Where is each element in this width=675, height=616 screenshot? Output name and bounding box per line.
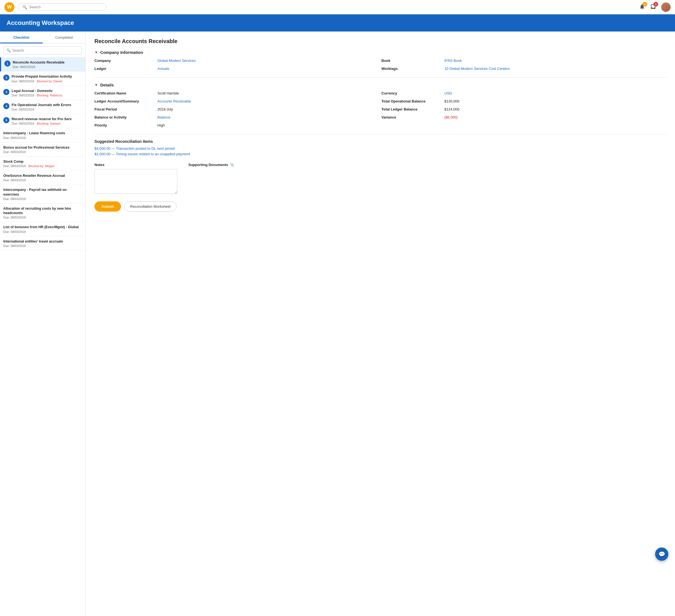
details-section-title: Details [100,83,114,87]
item-content: International entities' travel accruals … [3,239,82,248]
list-item[interactable]: 1 Reconcile Accounts Receivable Due: 08/… [0,58,85,72]
item-meta: Due: 08/03/2018Blocked by: Megan [3,164,82,168]
certification-label: Certification Name [94,91,155,95]
workday-logo[interactable]: W [4,2,14,12]
notifications-button[interactable]: 5 [639,4,645,10]
item-title: Intercompany - Lease financing costs [3,131,82,135]
currency-value[interactable]: USD [444,91,666,95]
priority-label: Priority [94,123,155,127]
user-avatar[interactable] [661,2,671,12]
list-item[interactable]: Intercompany - Payroll tax withheld on e… [0,185,85,204]
global-search-bar[interactable]: 🔍 [18,3,106,11]
item-due: Due: 08/03/2018 [3,244,26,248]
notes-textarea[interactable] [94,169,177,194]
item-due: Due: 08/02/2018 [3,136,26,139]
item-due: Due: 08/02/2018 [13,65,35,69]
avatar-image [661,2,671,12]
item-meta: Due: 08/03/2018 [3,216,82,219]
sidebar-search-box[interactable]: 🔍 [3,47,82,54]
item-number: 4 [3,103,9,109]
list-item[interactable]: OneSource Reseller Revenue Accrual Due: … [0,171,85,185]
item-meta: Due: 08/02/2018 [3,136,82,139]
nav-icons: 5 3 [639,2,671,12]
list-item[interactable]: Bonus accrual for Professional Services … [0,143,85,157]
sidebar-search-input[interactable] [12,48,79,53]
inbox-button[interactable]: 3 [650,4,656,10]
list-item[interactable]: 5 Record revenue reserve for Pro Serv Du… [0,114,85,128]
item-due: Due: 08/02/2018 [12,108,34,111]
search-input[interactable] [29,5,102,9]
chat-icon: 💬 [659,551,665,557]
item-content: Intercompany - Payroll tax withheld on e… [3,188,82,201]
app-title: Accounting Workspace [7,19,668,26]
suggested-item[interactable]: $4,000.00 — Transaction posted to GL nex… [94,146,666,150]
item-due: Due: 08/03/2018 [3,150,26,154]
list-item[interactable]: Allocation of recruiting costs by new hi… [0,204,85,222]
book-label: Book [381,59,442,63]
book-value[interactable]: IFRS Book [444,59,666,63]
top-nav: W 🔍 5 3 [0,0,675,14]
tab-completed[interactable]: Completed [43,31,86,43]
list-item[interactable]: List of bonuses from HR (Exec/Mgmt) - Gl… [0,222,85,236]
item-due: Due: 08/03/2018 [3,164,26,168]
list-item[interactable]: 4 Fix Operational Journals with Errors D… [0,100,85,114]
checklist-items: 1 Reconcile Accounts Receivable Due: 08/… [0,58,85,616]
blocking-label: Blocking: Samuel [37,122,60,125]
certification-value: Scott Hamble [157,91,379,95]
item-title: International entities' travel accruals [3,239,82,244]
item-title: Allocation of recruiting costs by new hi… [3,206,82,215]
variance-label: Variance [381,115,442,119]
item-number: 1 [4,61,10,67]
floating-action-button[interactable]: 💬 [655,547,668,561]
total-ledger-balance-label: Total Ledger Balance [381,107,442,111]
reconciliation-worksheet-button[interactable]: Reconciliation Worksheet [124,201,176,212]
content-area: Reconcile Accounts Receivable ▼ Company … [86,31,675,616]
supporting-docs-label: Supporting Documents 📎 [189,163,234,167]
item-due: Due: 08/02/2018 [12,94,34,97]
item-title: Intercompany - Payroll tax withheld on e… [3,188,82,197]
list-item[interactable]: Stock Comp Due: 08/03/2018Blocked by: Me… [0,157,85,171]
list-item[interactable]: 2 Provide Prepaid Amorization Activity D… [0,72,85,86]
notification-badge: 5 [643,2,647,7]
worktags-value[interactable]: 10 Global Modern Services Cost Centers [444,67,666,71]
company-value[interactable]: Global Modern Services [157,59,379,63]
item-meta: Due: 08/03/2018 [3,150,82,154]
company-info-grid: Company Global Modern Services Book IFRS… [94,59,666,71]
section-divider [94,77,666,78]
item-meta: Due: 08/03/2018 [3,244,82,248]
main-layout: Checklist Completed 🔍 1 Reconcile Accoun… [0,31,675,616]
item-title: OneSource Reseller Revenue Accrual [3,174,82,178]
item-content: List of bonuses from HR (Exec/Mgmt) - Gl… [3,225,82,233]
list-item[interactable]: 3 Legal Accrual - Domestic Due: 08/02/20… [0,86,85,100]
item-content: Reconcile Accounts Receivable Due: 08/02… [13,60,82,69]
action-buttons: Submit Reconciliation Worksheet [94,201,666,212]
item-content: Allocation of recruiting costs by new hi… [3,206,82,219]
priority-value: High [157,123,379,127]
item-due: Due: 08/03/2018 [3,216,26,219]
ledger-account-value[interactable]: Accounts Receivable [157,99,379,103]
list-item[interactable]: Intercompany - Lease financing costs Due… [0,128,85,142]
details-chevron-icon[interactable]: ▼ [94,83,98,87]
item-due: Due: 08/03/2018 [3,197,26,201]
submit-button[interactable]: Submit [94,201,121,212]
blocked-label: Blocked by: Daniel [37,80,62,83]
company-section-title: Company Information [100,50,143,55]
ledger-value[interactable]: Actuals [157,67,379,71]
company-chevron-icon[interactable]: ▼ [94,50,98,54]
suggested-item[interactable]: $2,000.00 — Timing issues related to an … [94,152,666,156]
item-title: Stock Comp [3,159,82,164]
list-item[interactable]: International entities' travel accruals … [0,236,85,251]
item-number: 5 [3,117,9,123]
details-divider [94,134,666,134]
item-meta: Due: 08/02/2018 [12,108,82,111]
blocked-label: Blocked by: Megan [28,164,55,168]
sidebar-search-icon: 🔍 [6,48,11,53]
item-content: Record revenue reserve for Pro Serv Due:… [12,117,82,125]
tab-checklist[interactable]: Checklist [0,31,43,43]
item-number: 3 [3,89,9,95]
balance-activity-value[interactable]: Balance [157,115,379,119]
details-section-header: ▼ Details [94,83,666,87]
paperclip-icon: 📎 [230,163,234,167]
suggested-title: Suggested Reconciliation Items [94,139,666,144]
suggested-section: Suggested Reconciliation Items $4,000.00… [94,139,666,156]
